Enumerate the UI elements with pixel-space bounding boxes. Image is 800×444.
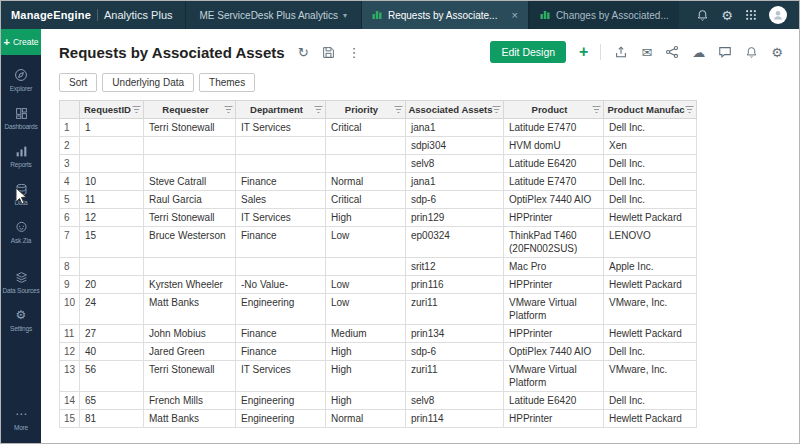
sidebar-item-more[interactable]: ⋯More <box>1 400 41 438</box>
table-cell[interactable]: selv8 <box>406 155 504 173</box>
table-cell[interactable]: 11 <box>80 191 144 209</box>
column-filter-icon[interactable] <box>314 104 323 115</box>
table-cell[interactable]: Latitude E7470 <box>504 119 604 137</box>
table-cell[interactable]: HPPrinter <box>504 209 604 227</box>
table-cell[interactable]: jana1 <box>406 119 504 137</box>
table-cell[interactable]: Normal <box>326 410 406 428</box>
table-cell[interactable]: Normal <box>326 173 406 191</box>
underlying-data-button[interactable]: Underlying Data <box>102 73 194 92</box>
table-cell[interactable]: Jared Green <box>144 343 236 361</box>
table-cell[interactable] <box>144 137 236 155</box>
create-button[interactable]: + Create <box>1 29 41 55</box>
table-cell[interactable]: VMware, Inc. <box>604 294 697 325</box>
table-cell[interactable]: 40 <box>80 343 144 361</box>
sort-button[interactable]: Sort <box>59 73 97 92</box>
table-cell[interactable]: Apple Inc. <box>604 258 697 276</box>
table-cell[interactable]: 65 <box>80 392 144 410</box>
column-filter-icon[interactable] <box>592 104 601 115</box>
table-cell[interactable]: Engineering <box>236 392 326 410</box>
column-header[interactable]: Product <box>504 101 604 119</box>
table-cell[interactable]: Dell Inc. <box>604 191 697 209</box>
table-cell[interactable]: 20 <box>80 276 144 294</box>
table-cell[interactable]: Terri Stonewall <box>144 361 236 392</box>
add-icon[interactable]: + <box>579 44 588 60</box>
sidebar-item-dashboards[interactable]: Dashboards <box>1 99 41 137</box>
table-cell[interactable]: Raul Garcia <box>144 191 236 209</box>
alert-bell-icon[interactable] <box>745 46 758 59</box>
share-icon[interactable] <box>665 45 679 59</box>
table-cell[interactable]: zuri11 <box>406 294 504 325</box>
column-filter-icon[interactable] <box>224 104 233 115</box>
edit-design-button[interactable]: Edit Design <box>490 41 566 63</box>
table-cell[interactable]: 1 <box>80 119 144 137</box>
table-cell[interactable]: VMware Virtual Platform <box>504 361 604 392</box>
table-cell[interactable]: Low <box>326 276 406 294</box>
table-cell[interactable]: Finance <box>236 343 326 361</box>
table-cell[interactable]: Kyrsten Wheeler <box>144 276 236 294</box>
report-tab[interactable]: Changes by Associated... <box>529 1 679 29</box>
table-cell[interactable]: High <box>326 343 406 361</box>
sidebar-item-data[interactable]: Data <box>1 175 41 213</box>
table-cell[interactable]: -No Value- <box>236 276 326 294</box>
workspace-selector[interactable]: ME ServiceDesk Plus Analytics ▾ <box>185 1 361 29</box>
table-cell[interactable]: HPPrinter <box>504 325 604 343</box>
table-cell[interactable]: prin129 <box>406 209 504 227</box>
table-cell[interactable] <box>80 137 144 155</box>
table-cell[interactable]: 27 <box>80 325 144 343</box>
table-cell[interactable]: sdpi304 <box>406 137 504 155</box>
table-cell[interactable]: Critical <box>326 191 406 209</box>
table-cell[interactable]: Hewlett Packard <box>604 410 697 428</box>
table-cell[interactable]: Latitude E6420 <box>504 392 604 410</box>
table-cell[interactable]: 81 <box>80 410 144 428</box>
table-cell[interactable]: Mac Pro <box>504 258 604 276</box>
report-tab[interactable]: Requests by Associate...× <box>361 1 529 29</box>
table-cell[interactable]: Sales <box>236 191 326 209</box>
column-header[interactable]: Product Manufac <box>604 101 697 119</box>
table-cell[interactable] <box>326 258 406 276</box>
table-cell[interactable]: OptiPlex 7440 AIO <box>504 191 604 209</box>
table-cell[interactable]: Hewlett Packard <box>604 325 697 343</box>
column-header[interactable]: RequestID <box>80 101 144 119</box>
table-cell[interactable]: Dell Inc. <box>604 392 697 410</box>
table-cell[interactable] <box>236 258 326 276</box>
column-filter-icon[interactable] <box>132 104 141 115</box>
table-cell[interactable]: French Mills <box>144 392 236 410</box>
table-cell[interactable]: High <box>326 361 406 392</box>
table-cell[interactable] <box>80 258 144 276</box>
table-cell[interactable]: 56 <box>80 361 144 392</box>
column-filter-icon[interactable] <box>394 104 403 115</box>
table-cell[interactable]: Latitude E6420 <box>504 155 604 173</box>
column-header[interactable]: Department <box>236 101 326 119</box>
table-cell[interactable]: Dell Inc. <box>604 343 697 361</box>
table-cell[interactable]: Engineering <box>236 410 326 428</box>
table-cell[interactable]: IT Services <box>236 361 326 392</box>
save-icon[interactable] <box>322 46 335 59</box>
settings-gear-icon[interactable]: ⚙ <box>721 9 733 22</box>
column-filter-icon[interactable] <box>685 104 694 115</box>
more-options-kebab-icon[interactable]: ⋮ <box>348 46 361 59</box>
table-cell[interactable]: Bruce Westerson <box>144 227 236 258</box>
themes-button[interactable]: Themes <box>199 73 255 92</box>
table-cell[interactable]: Dell Inc. <box>604 155 697 173</box>
table-cell[interactable]: 15 <box>80 227 144 258</box>
table-cell[interactable]: zuri11 <box>406 361 504 392</box>
table-cell[interactable]: Dell Inc. <box>604 119 697 137</box>
export-icon[interactable] <box>614 45 628 59</box>
table-cell[interactable]: jana1 <box>406 173 504 191</box>
table-cell[interactable]: prin114 <box>406 410 504 428</box>
table-cell[interactable]: 12 <box>80 209 144 227</box>
table-cell[interactable]: IT Services <box>236 209 326 227</box>
table-cell[interactable]: VMware, Inc. <box>604 361 697 392</box>
sidebar-item-explorer[interactable]: Explorer <box>1 61 41 99</box>
sidebar-item-settings[interactable]: ⚙Settings <box>1 301 41 339</box>
column-header[interactable]: Priority <box>326 101 406 119</box>
table-cell[interactable] <box>144 258 236 276</box>
table-cell[interactable]: Latitude E7470 <box>504 173 604 191</box>
table-cell[interactable]: VMware Virtual Platform <box>504 294 604 325</box>
table-cell[interactable]: srit12 <box>406 258 504 276</box>
table-cell[interactable]: Xen <box>604 137 697 155</box>
table-cell[interactable]: LENOVO <box>604 227 697 258</box>
table-cell[interactable]: High <box>326 209 406 227</box>
table-cell[interactable]: Finance <box>236 325 326 343</box>
table-cell[interactable]: ThinkPad T460 (20FN002SUS) <box>504 227 604 258</box>
